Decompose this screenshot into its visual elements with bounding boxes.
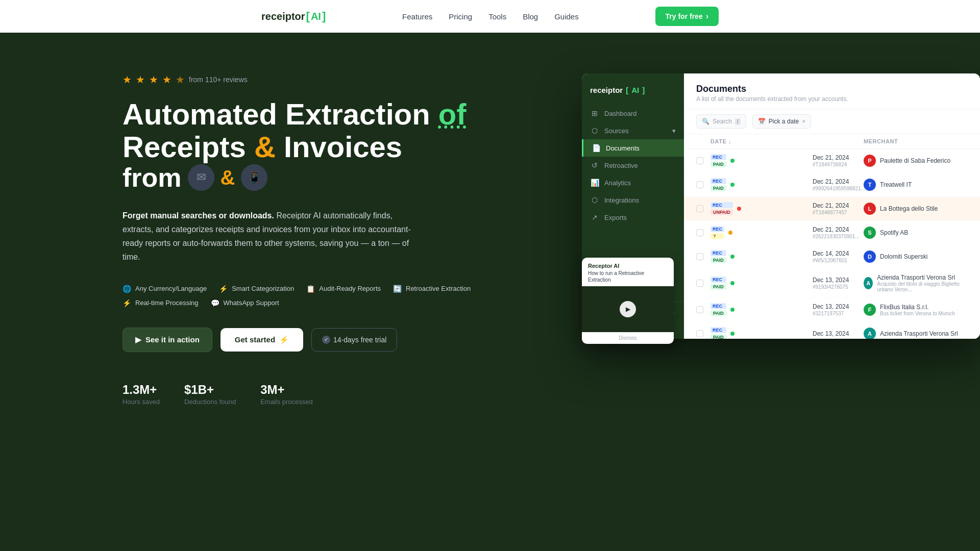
- star-1: ★: [122, 73, 132, 86]
- video-card-title: How to run a Retroactive Extraction: [588, 270, 668, 283]
- hero-description: Forget manual searches or downloads. Rec…: [122, 209, 419, 264]
- table-header: DATE ↓ MERCHANT: [684, 134, 980, 149]
- lightning-icon: ⚡: [279, 335, 289, 344]
- row-date: Dec 14, 2024 #W5/12067601: [813, 250, 864, 263]
- see-it-in-action-button[interactable]: ▶ See it in action: [122, 328, 212, 352]
- row-checkbox[interactable]: [696, 205, 710, 212]
- row-merchant: A Azienda Trasporti Verona Srl Acquisto …: [864, 274, 968, 292]
- merchant-logo: L: [864, 203, 876, 215]
- clear-date-icon[interactable]: ×: [802, 118, 805, 125]
- nav-features[interactable]: Features: [402, 12, 432, 21]
- row-checkbox[interactable]: [696, 306, 710, 313]
- title-receipts: Receipts: [122, 130, 246, 163]
- merchant-logo: D: [864, 251, 876, 263]
- get-started-button[interactable]: Get started ⚡: [220, 328, 303, 352]
- search-placeholder: Search: [713, 118, 732, 125]
- status-dot: [728, 231, 732, 235]
- logo-ai: AI: [311, 11, 321, 22]
- star-2: ★: [136, 73, 145, 86]
- docs-toolbar: 🔍 Search / 📅 Pick a date ×: [684, 109, 980, 134]
- row-checkbox[interactable]: [696, 330, 710, 337]
- sidebar-item-retroactive[interactable]: ↺ Retroactive: [582, 157, 684, 174]
- sidebar-item-dashboard[interactable]: ⊞ Dashboard: [582, 105, 684, 122]
- sidebar-logo: receiptor [ AI ]: [582, 82, 684, 105]
- row-merchant: F FlixBus Italia S.r.l. Bus ticket from …: [864, 304, 968, 316]
- logo-text: receiptor: [261, 11, 305, 22]
- docs-subtitle: A list of all the documents extracted fr…: [696, 95, 968, 103]
- row-checkbox[interactable]: [696, 157, 710, 164]
- stat-emails: 3M+ Emails processed: [260, 383, 313, 406]
- row-status: REC PAID: [710, 178, 813, 191]
- nav-guides[interactable]: Guides: [554, 12, 579, 21]
- cta-row: ▶ See it in action Get started ⚡ ✓ 14-da…: [122, 328, 480, 352]
- row-status: REC UNPAID: [710, 202, 813, 215]
- dismiss-button[interactable]: Dismiss: [582, 332, 674, 344]
- arrow-icon: ›: [706, 12, 708, 21]
- sidebar-item-analytics[interactable]: 📊 Analytics: [582, 174, 684, 191]
- row-date: Dec 21, 2024 #T1848877457: [813, 202, 864, 215]
- retroactive-nav-icon: ↺: [590, 161, 599, 169]
- date-filter-button[interactable]: 📅 Pick a date ×: [752, 114, 811, 129]
- title-invoices: Invoices: [284, 130, 402, 163]
- free-trial-button[interactable]: ✓ 14-days free trial: [311, 328, 397, 352]
- row-checkbox[interactable]: [696, 253, 710, 260]
- retroactive-icon: 🔄: [393, 285, 402, 293]
- search-icon: 🔍: [702, 118, 709, 125]
- merchant-column-header: MERCHANT: [864, 138, 968, 144]
- row-status: REC ?: [710, 226, 813, 239]
- nav-blog[interactable]: Blog: [523, 12, 538, 21]
- logo-bracket-left: [: [306, 10, 310, 23]
- documents-panel: Documents A list of all the documents ex…: [684, 73, 980, 339]
- date-column-header[interactable]: DATE ↓: [710, 138, 813, 144]
- row-date: Dec 21, 2024 #T1849736824: [813, 154, 864, 167]
- email-icon: ✉: [197, 171, 206, 184]
- nav-links: Features Pricing Tools Blog Guides: [402, 12, 579, 21]
- merchant-logo: S: [864, 227, 876, 239]
- row-date: Dec 21, 2024 #9992641959598821...: [813, 178, 864, 191]
- table-row: REC PAID Dec 13, 2024 #9193/4276075 A Az…: [684, 269, 980, 298]
- row-merchant: P Paulette di Saba Federico: [864, 155, 968, 167]
- exports-icon: ↗: [590, 213, 599, 221]
- nav-pricing[interactable]: Pricing: [449, 12, 472, 21]
- row-date: Dec 13, 2024 #3217197537: [813, 303, 864, 316]
- table-row: REC PAID Dec 14, 2024 #W5/12067601 D Dol…: [684, 245, 980, 269]
- feature-categorization: ⚡ Smart Categorization: [219, 285, 294, 293]
- slash-shortcut: /: [735, 118, 741, 125]
- title-automated: Automated Extraction: [122, 97, 430, 131]
- docs-title: Documents: [696, 84, 968, 94]
- app-screenshot: receiptor [ AI ] ⊞ Dashboard ⬡ Sources ▾: [582, 73, 980, 339]
- analytics-icon: 📊: [590, 179, 599, 187]
- row-checkbox[interactable]: [696, 229, 710, 236]
- row-merchant: S Spotify AB: [864, 227, 968, 239]
- row-merchant: A Azienda Trasporti Verona Srl: [864, 328, 968, 339]
- play-button[interactable]: ▶: [620, 301, 636, 317]
- status-dot: [730, 332, 734, 336]
- amp2: &: [220, 166, 235, 189]
- docs-search-box[interactable]: 🔍 Search /: [696, 114, 746, 129]
- video-card-logo: Receptor AI: [588, 263, 668, 269]
- merchant-logo: T: [864, 179, 876, 191]
- table-row: REC PAID Dec 13, 2024 #3217197537 F Flix…: [684, 298, 980, 322]
- logo-bracket-right: ]: [322, 10, 326, 23]
- nav-tools[interactable]: Tools: [488, 12, 506, 21]
- documents-table: REC PAID Dec 21, 2024 #T1849736824 P Pau…: [684, 149, 980, 339]
- row-checkbox[interactable]: [696, 280, 710, 287]
- title-of: of: [438, 97, 467, 131]
- star-half: ★: [176, 73, 185, 86]
- merchant-logo: A: [864, 277, 873, 289]
- sidebar-item-documents[interactable]: 📄 Documents: [582, 139, 684, 157]
- logo[interactable]: receiptor [ AI ]: [261, 10, 326, 23]
- merchant-logo: A: [864, 328, 876, 339]
- documents-icon: 📄: [592, 144, 601, 152]
- sidebar-item-exports[interactable]: ↗ Exports: [582, 209, 684, 226]
- try-for-free-button[interactable]: Try for free ›: [655, 7, 719, 26]
- row-checkbox[interactable]: [696, 181, 710, 188]
- check-icon: ✓: [322, 336, 330, 344]
- hero-content: ★ ★ ★ ★ ★ from 110+ reviews Automated Ex…: [122, 63, 480, 520]
- stats-row: 1.3M+ Hours saved $1B+ Deductions found …: [122, 383, 480, 406]
- sidebar-item-sources[interactable]: ⬡ Sources ▾: [582, 122, 684, 139]
- sidebar-item-integrations[interactable]: ⬡ Integrations: [582, 191, 684, 209]
- whatsapp-icon: 📱: [248, 171, 261, 184]
- row-merchant: L La Bottega dello Stile: [864, 203, 968, 215]
- stat-deductions-label: Deductions found: [184, 398, 236, 406]
